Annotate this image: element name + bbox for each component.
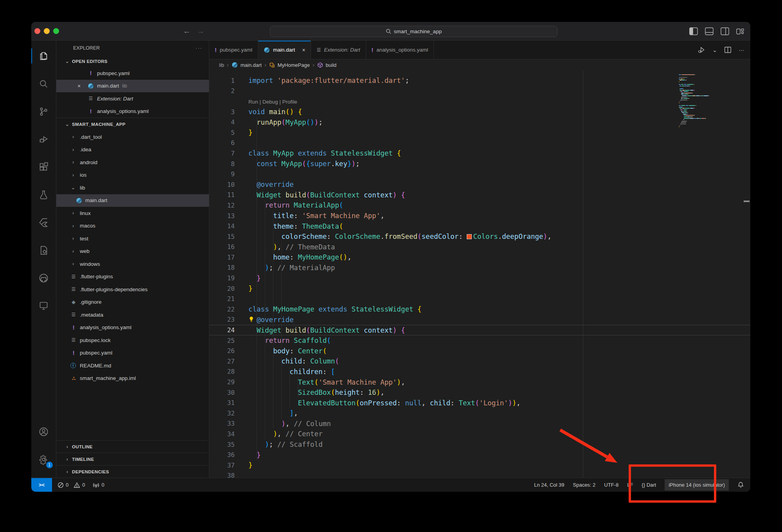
- explorer-more-actions-icon[interactable]: ···: [196, 45, 203, 51]
- code-line-19[interactable]: 19 }: [209, 273, 750, 283]
- activity-settings-icon[interactable]: 1: [34, 450, 53, 469]
- close-window-button[interactable]: [34, 28, 40, 34]
- breadcrumb-item-build[interactable]: build: [326, 62, 336, 68]
- tree-item-readme-md[interactable]: iREADME.md: [56, 359, 209, 372]
- run-or-debug-icon[interactable]: [698, 46, 706, 54]
- breadcrumb[interactable]: lib›main.dart›MyHomePage›build: [209, 59, 750, 70]
- code-line-5[interactable]: 5}: [209, 127, 750, 138]
- tab-main-dart[interactable]: main.dart×: [258, 41, 311, 59]
- nav-forward-icon[interactable]: →: [197, 27, 204, 36]
- tab-extension-dart[interactable]: ☰Extension: Dart: [311, 41, 366, 59]
- code-line-29[interactable]: 29 Text('Smart Machine App'),: [209, 377, 750, 387]
- lightbulb-icon[interactable]: [248, 316, 257, 324]
- tree-item-ios[interactable]: ›ios: [56, 169, 209, 182]
- notifications-bell-icon[interactable]: [737, 482, 744, 488]
- code-line-11[interactable]: 11 Widget build(BuildContext context) {: [209, 190, 750, 201]
- code-line-35[interactable]: 35 ); // Scaffold: [209, 439, 750, 450]
- remote-indicator[interactable]: ><: [31, 478, 52, 492]
- status-ln-24-col-39[interactable]: Ln 24, Col 39: [534, 482, 564, 488]
- code-line-1[interactable]: 1import 'package:flutter/material.dart';: [209, 75, 750, 86]
- close-tab-icon[interactable]: ×: [302, 47, 305, 53]
- status-utf-8[interactable]: UTF-8: [604, 482, 618, 488]
- activity-extensions-icon[interactable]: [34, 158, 53, 176]
- code-line-7[interactable]: 7class MyApp extends StatelessWidget {: [209, 148, 750, 159]
- problems-status[interactable]: 0 0: [58, 482, 85, 488]
- section-outline[interactable]: ›OUTLINE: [56, 440, 209, 453]
- code-line-9[interactable]: 9: [209, 169, 750, 179]
- open-editors-header[interactable]: ⌄ OPEN EDITORS: [56, 56, 209, 67]
- code-line-2[interactable]: 2: [209, 86, 750, 97]
- nav-back-icon[interactable]: ←: [183, 27, 191, 36]
- breadcrumb-item-lib[interactable]: lib: [219, 62, 224, 68]
- open-editor-item[interactable]: ×main.dartlib: [56, 80, 209, 93]
- breadcrumb-item-main.dart[interactable]: main.dart: [241, 62, 262, 68]
- code-line-38[interactable]: 38: [209, 471, 750, 478]
- code-line-32[interactable]: 32 ],: [209, 408, 750, 419]
- section-timeline[interactable]: ›TIMELINE: [56, 453, 209, 465]
- minimize-window-button[interactable]: [44, 28, 50, 34]
- tree-item-smart-machine-app-iml[interactable]: ஃsmart_machine_app.iml: [56, 372, 209, 385]
- code-line-30[interactable]: 30 SizedBox(height: 16),: [209, 387, 750, 398]
- project-section-header[interactable]: ⌄ SMART_MACHINE_APP: [56, 118, 209, 131]
- tree-item--metadata[interactable]: ☰.metadata: [56, 308, 209, 321]
- zoom-window-button[interactable]: [53, 28, 59, 34]
- code-line-15[interactable]: 15 colorScheme: ColorScheme.fromSeed(see…: [209, 231, 750, 242]
- code-line-31[interactable]: 31 ElevatedButton(onPressed: null, child…: [209, 398, 750, 408]
- code-editor[interactable]: 1import 'package:flutter/material.dart';…: [209, 70, 750, 478]
- tree-item-lib[interactable]: ⌄lib: [56, 181, 209, 194]
- activity-accounts-icon[interactable]: [34, 422, 53, 441]
- code-line-14[interactable]: 14 theme: ThemeData(: [209, 221, 750, 231]
- code-line-21[interactable]: 21: [209, 294, 750, 304]
- code-line-28[interactable]: 28 children: [: [209, 367, 750, 377]
- tree-item-web[interactable]: ›web: [56, 245, 209, 258]
- code-line-37[interactable]: 37}: [209, 460, 750, 471]
- code-line-18[interactable]: 18 ); // MaterialApp: [209, 263, 750, 273]
- tree-item--idea[interactable]: ›.idea: [56, 143, 209, 156]
- tree-item-main-dart[interactable]: main.dart: [56, 194, 209, 207]
- code-line-26[interactable]: 26 body: Center(: [209, 346, 750, 356]
- activity-github-icon[interactable]: [34, 269, 53, 287]
- activity-explorer-icon[interactable]: [34, 47, 53, 65]
- activity-run-and-debug-icon[interactable]: [34, 130, 53, 149]
- tree-item-windows[interactable]: ›windows: [56, 258, 209, 270]
- tab-pubspec-yaml[interactable]: !pubspec.yaml: [209, 41, 258, 59]
- tree-item--flutter-plugins[interactable]: ☰.flutter-plugins: [56, 270, 209, 283]
- activity-remote-explorer-icon[interactable]: [34, 296, 53, 315]
- code-line-22[interactable]: 22class MyHomePage extends StatelessWidg…: [209, 304, 750, 315]
- code-line-6[interactable]: 6: [209, 138, 750, 149]
- editor-more-actions-icon[interactable]: ···: [739, 47, 744, 53]
- tree-item--dart-tool[interactable]: ›.dart_tool: [56, 131, 209, 143]
- tree-item-android[interactable]: ›android: [56, 156, 209, 169]
- code-line-16[interactable]: 16 ), // ThemeData: [209, 242, 750, 253]
- code-line-25[interactable]: 25 return Scaffold(: [209, 335, 750, 346]
- tree-item-test[interactable]: ›test: [56, 232, 209, 245]
- code-line-10[interactable]: 10 @override: [209, 179, 750, 190]
- code-line-23[interactable]: 23@override: [209, 315, 750, 325]
- codelens-run-debug-profile[interactable]: Run | Debug | Profile: [248, 99, 297, 105]
- breadcrumb-item-myhomepage[interactable]: MyHomePage: [278, 62, 310, 68]
- code-line-12[interactable]: 12 return MaterialApp(: [209, 200, 750, 211]
- split-editor-icon[interactable]: [724, 46, 732, 54]
- code-line-17[interactable]: 17 home: MyHomePage(),: [209, 252, 750, 263]
- open-editor-item[interactable]: ☰Extension: Dart: [56, 92, 209, 105]
- ports-status[interactable]: 0: [93, 482, 104, 488]
- tree-item--flutter-plugins-dependencies[interactable]: ☰.flutter-plugins-dependencies: [56, 283, 209, 296]
- run-dropdown-chevron-icon[interactable]: ⌄: [712, 47, 717, 53]
- code-line-33[interactable]: 33 ), // Column: [209, 419, 750, 429]
- code-line-4[interactable]: 4 runApp(MyApp());: [209, 117, 750, 127]
- activity-flutter-icon[interactable]: [34, 213, 53, 232]
- status-iphone-14-ios-simulator-[interactable]: iPhone 14 (ios simulator): [665, 479, 729, 491]
- tree-item--gitignore[interactable]: ◆.gitignore: [56, 296, 209, 309]
- customize-layout-icon[interactable]: [736, 27, 745, 35]
- tree-item-pubspec-yaml[interactable]: !pubspec.yaml: [56, 347, 209, 360]
- code-line-3[interactable]: 3void main() {: [209, 107, 750, 117]
- toggle-secondary-sidebar-icon[interactable]: [721, 27, 729, 35]
- status-lf[interactable]: LF: [627, 482, 633, 488]
- status-spaces-2[interactable]: Spaces: 2: [573, 482, 596, 488]
- tree-item-analysis-options-yaml[interactable]: !analysis_options.yaml: [56, 321, 209, 334]
- code-line-27[interactable]: 27 child: Column(: [209, 356, 750, 367]
- codelens-row[interactable]: Run | Debug | Profile: [209, 96, 750, 107]
- activity-snippets-icon[interactable]: [34, 241, 53, 260]
- code-line-8[interactable]: 8 const MyApp({super.key});: [209, 159, 750, 169]
- close-editor-icon[interactable]: ×: [76, 83, 82, 89]
